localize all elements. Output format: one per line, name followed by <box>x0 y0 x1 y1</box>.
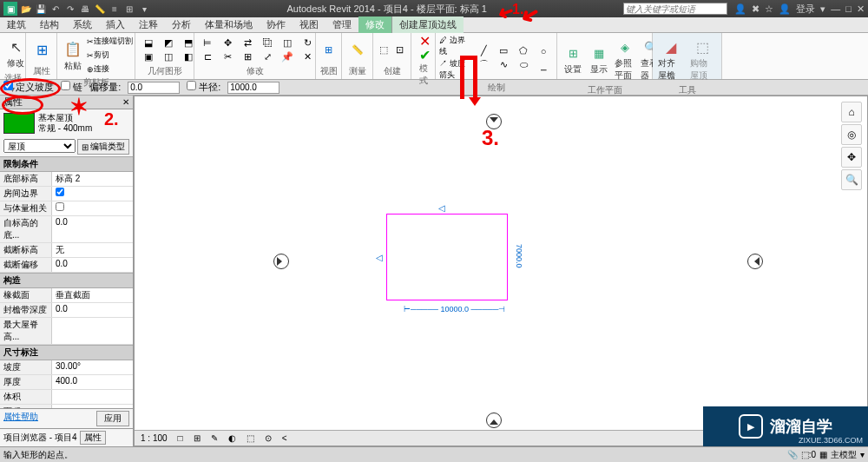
cut-button[interactable]: ✂ 剪切 <box>87 49 139 62</box>
boundary-line-button[interactable]: 🖊 边界线 <box>439 35 472 57</box>
visual-style-icon[interactable]: ⊞ <box>191 433 203 443</box>
wall-join-icon[interactable]: ▣ <box>139 50 158 63</box>
delete-icon[interactable]: ✕ <box>298 50 317 63</box>
exchange-icon[interactable]: ✖ <box>752 3 760 15</box>
show-plane-button[interactable]: ▦显示 <box>587 41 611 77</box>
maximize-icon[interactable]: □ <box>845 3 852 14</box>
props-row-value[interactable]: 0.0 <box>52 258 133 272</box>
print-icon[interactable]: 🖶 <box>79 3 91 15</box>
measure-icon[interactable]: 📏 <box>94 3 106 15</box>
tab-analyze[interactable]: 分析 <box>165 16 198 33</box>
join-button[interactable]: ⊕ 连接 <box>87 63 139 76</box>
close-icon[interactable]: ✕ <box>857 3 865 15</box>
circle-icon[interactable]: ○ <box>534 44 553 57</box>
chain-checkbox[interactable]: 链 <box>61 81 82 94</box>
props-row-value[interactable]: 标高 2 <box>52 172 133 186</box>
subscription-icon[interactable]: 👤 <box>734 3 746 15</box>
rotate-icon[interactable]: ↻ <box>298 36 317 50</box>
properties-button[interactable]: ⊞ <box>30 37 54 62</box>
elevation-marker-west[interactable] <box>273 254 289 269</box>
align-icon[interactable]: ≡ <box>108 3 121 15</box>
family-filter-select[interactable]: 屋顶 <box>3 139 76 153</box>
tab-structure[interactable]: 结构 <box>33 16 66 33</box>
save-icon[interactable]: 💾 <box>35 3 47 15</box>
crop-view-icon[interactable]: ⬚ <box>244 433 257 443</box>
filter-icon[interactable]: 📎 <box>787 450 798 459</box>
drag-handle-h[interactable]: ◁ <box>438 203 445 213</box>
sketch-rectangle[interactable] <box>386 214 508 300</box>
undo-icon[interactable]: ↶ <box>49 3 62 15</box>
props-row-value[interactable]: 0.0 <box>52 303 133 317</box>
offset-icon[interactable]: ⇄ <box>238 36 257 50</box>
props-row-value[interactable]: 0.0 <box>52 216 133 242</box>
favorite-icon[interactable]: ☆ <box>765 3 773 15</box>
props-section-header[interactable]: 限制条件 <box>0 156 133 172</box>
align-icon[interactable]: ⊨ <box>198 36 217 50</box>
login-label[interactable]: 登录 <box>796 3 815 16</box>
detail-level-icon[interactable]: □ <box>175 433 186 443</box>
align-eaves-button[interactable]: ◢对齐 屋檐 <box>656 35 687 83</box>
props-row-value[interactable]: 400.0 <box>52 375 133 389</box>
nav-pan-icon[interactable]: ✥ <box>841 147 862 168</box>
help-search-input[interactable] <box>623 3 727 15</box>
properties-close-icon[interactable]: ✕ <box>122 97 129 107</box>
split-icon[interactable]: ✂ <box>218 50 237 63</box>
tab-view[interactable]: 视图 <box>293 16 326 33</box>
apply-button[interactable]: 应用 <box>96 411 129 426</box>
spline-icon[interactable]: ∿ <box>494 58 513 71</box>
tab-insert[interactable]: 插入 <box>99 16 132 33</box>
redo-icon[interactable]: ↷ <box>64 3 76 15</box>
tab-annotate[interactable]: 注释 <box>132 16 165 33</box>
props-row-value[interactable] <box>52 318 133 344</box>
offset-input[interactable] <box>128 82 180 94</box>
polygon-icon[interactable]: ⬠ <box>514 44 533 57</box>
tab-architecture[interactable]: 建筑 <box>0 16 33 33</box>
copy-icon[interactable]: ⿻ <box>258 36 277 50</box>
properties-help-link[interactable]: 属性帮助 <box>3 411 38 426</box>
create-similar-icon[interactable]: ⬚ <box>377 36 391 63</box>
cope-icon[interactable]: ⬓ <box>139 36 158 50</box>
tab-massing[interactable]: 体量和场地 <box>198 16 260 33</box>
props-section-header[interactable]: 尺寸标注 <box>0 345 133 360</box>
ref-plane-button[interactable]: ◈参照 平面 <box>613 35 637 83</box>
trim-icon[interactable]: ⊏ <box>198 50 217 63</box>
radius-input[interactable] <box>227 82 279 94</box>
tab-modify[interactable]: 修改 <box>358 16 391 33</box>
ellipse-icon[interactable]: ⬭ <box>514 58 533 71</box>
drag-handle-v[interactable]: ◁ <box>376 253 383 262</box>
mirror-icon[interactable]: ◫ <box>278 36 297 50</box>
open-icon[interactable]: 📂 <box>20 3 32 15</box>
tab-systems[interactable]: 系统 <box>66 16 99 33</box>
cut-geometry-button[interactable]: ✂ 连接端切割 <box>87 35 139 48</box>
props-row-value[interactable] <box>52 201 133 215</box>
thin-lines-icon[interactable]: ⊞ <box>123 3 135 15</box>
hide-icon[interactable]: < <box>279 433 290 443</box>
props-row-value[interactable] <box>52 187 133 201</box>
nav-home-icon[interactable]: ⌂ <box>841 102 862 122</box>
properties-tab-button[interactable]: 属性 <box>80 431 106 445</box>
create-group-icon[interactable]: ⊡ <box>393 36 408 63</box>
dimension-vertical[interactable]: 7000.0 <box>515 244 523 268</box>
tab-manage[interactable]: 管理 <box>326 16 358 33</box>
minimize-icon[interactable]: — <box>831 3 840 14</box>
dimension-horizontal[interactable]: ⊢───── 10000.0 ─────⊣ <box>404 305 505 314</box>
project-browser-tab[interactable]: 项目浏览器 - 项目4 属性 <box>0 428 133 446</box>
sun-path-icon[interactable]: ✎ <box>208 433 220 443</box>
paste-button[interactable]: 📋粘贴 <box>61 37 85 74</box>
props-section-header[interactable]: 构造 <box>0 273 133 288</box>
modify-button[interactable]: ↖修改 <box>3 35 28 71</box>
rect-icon[interactable]: ▭ <box>494 44 513 57</box>
props-row-value[interactable]: 垂直截面 <box>52 288 133 302</box>
scale-icon[interactable]: ⤢ <box>258 50 277 63</box>
props-row-value[interactable] <box>52 390 133 404</box>
finish-mode-icon[interactable]: ✔ <box>415 49 434 62</box>
user-icon[interactable]: 👤 <box>779 3 791 15</box>
cancel-mode-icon[interactable]: ✕ <box>415 35 434 48</box>
roof-shop-button[interactable]: ⬚购物 屋顶 <box>688 35 719 83</box>
tab-create-roof-boundary[interactable]: 创建屋顶边线 <box>391 16 464 33</box>
view-icon[interactable]: ⊞ <box>319 36 338 63</box>
pick-lines-icon[interactable]: ⎯ <box>534 58 553 71</box>
scale-button[interactable]: 1 : 100 <box>138 433 170 443</box>
drawing-canvas[interactable]: ⊢───── 10000.0 ─────⊣ 7000.0 ◁ ◁ ⌂ ◎ ✥ 🔍… <box>134 96 868 446</box>
elevation-marker-east[interactable] <box>747 254 763 269</box>
